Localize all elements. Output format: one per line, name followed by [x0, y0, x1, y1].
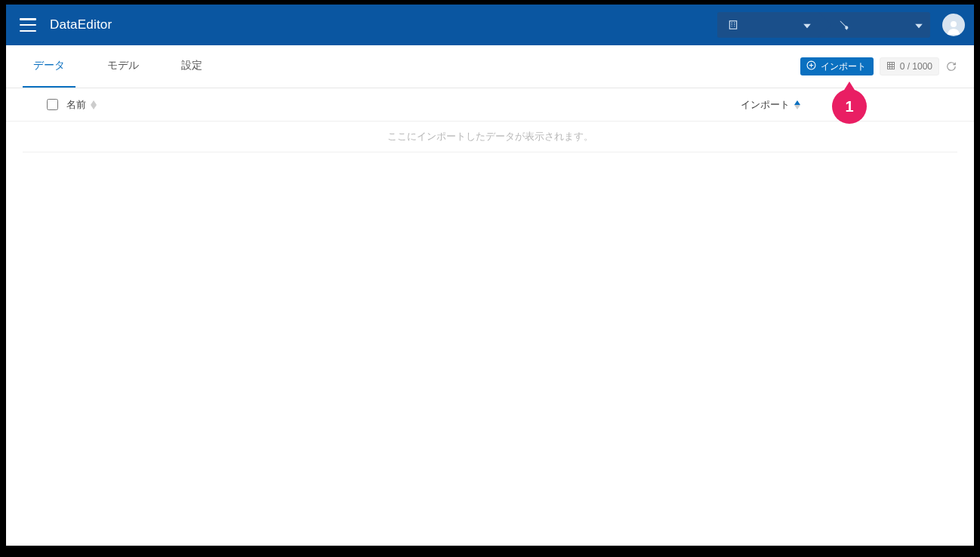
grid-icon	[886, 61, 895, 72]
select-all-checkbox[interactable]	[47, 99, 58, 110]
plus-circle-icon	[806, 60, 816, 72]
breadcrumb-env-selector[interactable]	[818, 12, 930, 38]
empty-state-message: ここにインポートしたデータが表示されます。	[23, 122, 957, 152]
tab-label: 設定	[181, 59, 202, 72]
tab-settings[interactable]: 設定	[171, 45, 213, 88]
column-header-import[interactable]: インポート	[741, 98, 800, 112]
tabs: データ モデル 設定	[23, 45, 213, 88]
tab-model[interactable]: モデル	[97, 45, 149, 88]
row-count-text: 0 / 1000	[900, 61, 932, 72]
sort-icon	[794, 100, 800, 109]
column-header-label: 名前	[66, 98, 86, 112]
content-area: データ モデル 設定 インポート 0 / 1000	[6, 45, 974, 546]
data-table: 名前 インポート ここにインポートしたデータが表示されます。	[6, 88, 974, 152]
building-icon	[728, 20, 738, 30]
tab-label: データ	[33, 59, 65, 72]
table-header-row: 名前 インポート	[6, 88, 974, 122]
refresh-icon[interactable]	[945, 60, 957, 72]
select-all-cell	[29, 99, 66, 110]
sort-icon	[91, 100, 97, 109]
topbar: DataEditor	[6, 5, 974, 45]
chevron-down-icon	[803, 20, 811, 31]
row-count-pill: 0 / 1000	[880, 57, 939, 75]
column-header-label: インポート	[741, 98, 790, 112]
import-button-label: インポート	[821, 60, 866, 73]
app-title: DataEditor	[50, 17, 112, 32]
import-button[interactable]: インポート	[800, 57, 874, 75]
svg-rect-11	[887, 62, 894, 69]
svg-point-7	[951, 21, 957, 27]
column-header-name[interactable]: 名前	[66, 98, 97, 112]
tab-data[interactable]: データ	[23, 45, 76, 88]
tabbar: データ モデル 設定 インポート 0 / 1000	[6, 45, 974, 88]
breadcrumb-org-selector[interactable]	[717, 12, 818, 38]
wrench-icon	[838, 19, 850, 31]
svg-rect-0	[729, 21, 736, 29]
avatar[interactable]	[942, 14, 965, 36]
tab-label: モデル	[107, 59, 139, 72]
app-frame: DataEditor	[6, 5, 974, 546]
menu-icon[interactable]	[20, 18, 36, 32]
chevron-down-icon	[915, 20, 923, 31]
breadcrumb	[717, 12, 930, 38]
